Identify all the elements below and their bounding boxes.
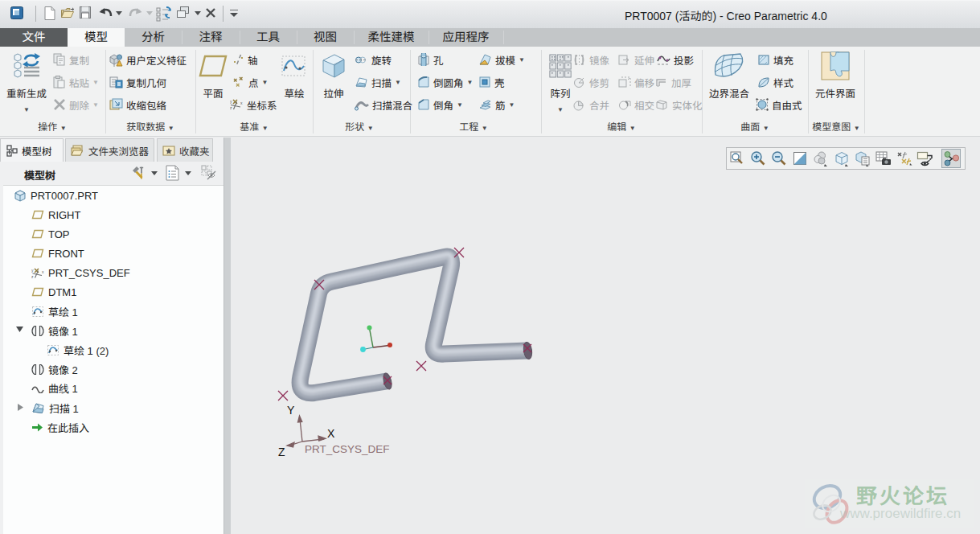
svg-text:Y: Y [287,404,295,417]
svg-text:X: X [327,427,335,440]
svg-text:z: z [31,274,34,279]
svg-text:PRT_CSYS_DEF: PRT_CSYS_DEF [305,443,390,455]
svg-text:x: x [240,101,243,105]
svg-text:Z: Z [278,446,285,458]
svg-text:x: x [42,269,44,274]
svg-text:y: y [230,99,232,104]
svg-text:y: y [31,268,34,273]
svg-text:z: z [230,105,232,110]
